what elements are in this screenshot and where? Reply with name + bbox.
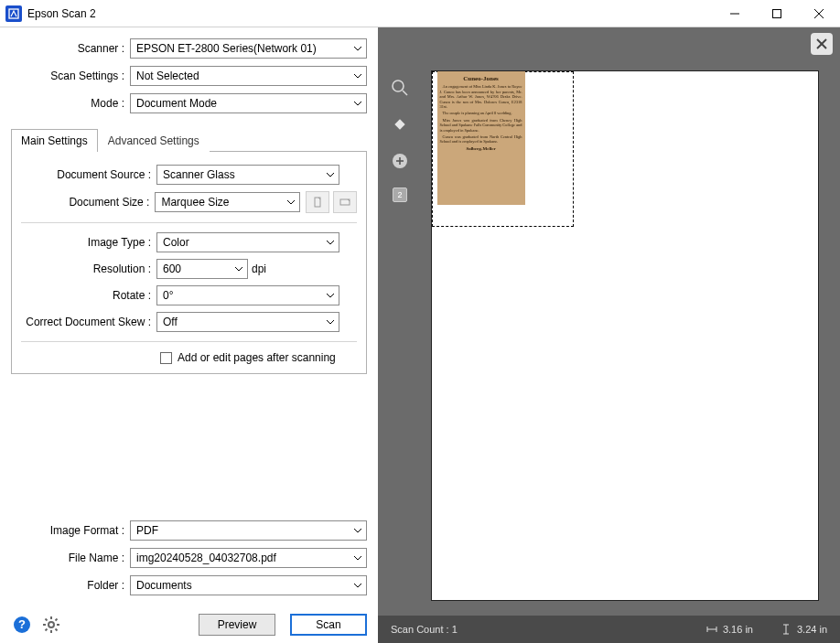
svg-point-20	[393, 80, 404, 91]
svg-rect-2	[773, 9, 781, 17]
chevron-down-icon	[234, 266, 243, 272]
scan-settings-select[interactable]: Not Selected	[130, 66, 367, 86]
file-name-select[interactable]: img20240528_04032708.pdf	[130, 548, 367, 568]
chevron-down-icon	[326, 240, 335, 245]
scan-count-label: Scan Count : 1	[391, 624, 458, 635]
left-panel: Scanner : EPSON ET-2800 Series(Network 0…	[0, 27, 378, 643]
rotate-label: Rotate :	[21, 289, 151, 302]
svg-line-21	[403, 91, 407, 95]
mode-label: Mode :	[11, 97, 124, 110]
chevron-down-icon	[326, 293, 335, 298]
document-size-value: Marquee Size	[161, 196, 229, 209]
mode-select[interactable]: Document Mode	[130, 93, 367, 113]
close-button[interactable]	[798, 0, 840, 27]
document-source-value: Scanner Glass	[163, 168, 235, 181]
chevron-down-icon	[353, 46, 362, 51]
chevron-down-icon	[326, 172, 335, 177]
image-type-value: Color	[163, 236, 189, 249]
app-icon	[5, 5, 22, 22]
chevron-down-icon	[326, 319, 335, 325]
svg-rect-22	[394, 119, 404, 129]
resolution-label: Resolution :	[21, 263, 151, 275]
document-source-select[interactable]: Scanner Glass	[156, 165, 339, 185]
folder-value: Documents	[136, 579, 192, 592]
skew-label: Correct Document Skew :	[21, 316, 151, 328]
resolution-value: 600	[163, 263, 181, 275]
preview-page[interactable]: Cuneo-Jones An engagement of Miss Linda …	[431, 70, 819, 601]
add-pages-label: Add or edit pages after scanning	[178, 351, 336, 364]
folder-select[interactable]: Documents	[130, 575, 367, 595]
minimize-button[interactable]	[714, 0, 756, 27]
maximize-button[interactable]	[756, 0, 798, 27]
clipping-body: An engagement of Miss Linda K. Jones to …	[440, 84, 522, 145]
window-title: Epson Scan 2	[27, 7, 96, 20]
preview-toolbar: 2	[378, 59, 422, 616]
close-preview-button[interactable]	[811, 33, 833, 55]
scan-settings-label: Scan Settings :	[11, 70, 124, 82]
scanned-clipping: Cuneo-Jones An engagement of Miss Linda …	[437, 71, 525, 205]
page-count-badge[interactable]: 2	[393, 188, 407, 202]
scan-button[interactable]: Scan	[290, 614, 367, 636]
rotate-select[interactable]: 0°	[156, 285, 339, 305]
clipping-headline: Cuneo-Jones	[440, 75, 522, 82]
svg-line-15	[56, 629, 58, 631]
rotate-value: 0°	[163, 289, 173, 302]
file-name-value: img20240528_04032708.pdf	[136, 552, 276, 564]
tabs: Main Settings Advanced Settings	[11, 128, 367, 152]
svg-text:?: ?	[18, 617, 26, 631]
image-type-label: Image Type :	[21, 236, 151, 249]
orientation-landscape-button[interactable]	[333, 191, 357, 213]
document-size-select[interactable]: Marquee Size	[155, 192, 300, 212]
scanner-select[interactable]: EPSON ET-2800 Series(Network 01)	[130, 38, 367, 59]
chevron-down-icon	[353, 528, 362, 533]
chevron-down-icon	[353, 583, 362, 588]
file-name-label: File Name :	[11, 552, 124, 564]
rotate-tool-icon[interactable]	[390, 114, 410, 134]
chevron-down-icon	[353, 73, 362, 79]
preview-panel: 2 Cuneo-Jones An engagement of Miss Lind…	[378, 27, 840, 643]
settings-button[interactable]	[40, 614, 62, 636]
chevron-down-icon	[286, 199, 296, 205]
image-format-value: PDF	[136, 524, 158, 537]
document-size-label: Document Size :	[21, 196, 149, 209]
chevron-down-icon	[353, 555, 362, 561]
svg-line-16	[46, 629, 48, 631]
image-type-select[interactable]: Color	[156, 232, 339, 252]
add-marquee-icon[interactable]	[390, 151, 410, 171]
window-controls	[714, 0, 840, 27]
image-format-select[interactable]: PDF	[130, 520, 367, 541]
folder-label: Folder :	[11, 579, 124, 592]
orientation-portrait-button[interactable]	[306, 191, 329, 213]
document-source-label: Document Source :	[21, 168, 151, 181]
titlebar: Epson Scan 2	[0, 0, 840, 27]
scanner-label: Scanner :	[11, 42, 124, 55]
skew-value: Off	[163, 316, 178, 328]
resolution-select[interactable]: 600	[156, 259, 248, 279]
divider	[21, 341, 357, 342]
scan-settings-value: Not Selected	[136, 70, 199, 82]
chevron-down-icon	[353, 101, 362, 106]
height-readout: 3.24 in	[781, 624, 827, 635]
scanner-value: EPSON ET-2800 Series(Network 01)	[136, 42, 317, 55]
tab-advanced-settings[interactable]: Advanced Settings	[98, 129, 210, 152]
clipping-footer: Solberg-Meller	[440, 146, 522, 151]
tab-main-settings[interactable]: Main Settings	[11, 129, 98, 152]
skew-select[interactable]: Off	[156, 312, 339, 332]
svg-point-9	[48, 622, 54, 627]
main-settings-pane: Document Source : Scanner Glass Document…	[11, 152, 367, 374]
image-format-label: Image Format :	[11, 524, 124, 537]
divider	[21, 222, 357, 223]
zoom-tool-icon[interactable]	[390, 78, 410, 98]
help-button[interactable]: ?	[11, 614, 33, 636]
width-readout: 3.16 in	[706, 624, 753, 635]
add-pages-checkbox[interactable]	[160, 352, 172, 364]
resolution-unit: dpi	[252, 263, 266, 275]
svg-line-17	[56, 619, 58, 621]
status-bar: Scan Count : 1 3.16 in 3.24 in	[378, 616, 840, 643]
mode-value: Document Mode	[136, 97, 217, 110]
svg-line-14	[46, 619, 48, 621]
preview-button[interactable]: Preview	[199, 614, 275, 636]
